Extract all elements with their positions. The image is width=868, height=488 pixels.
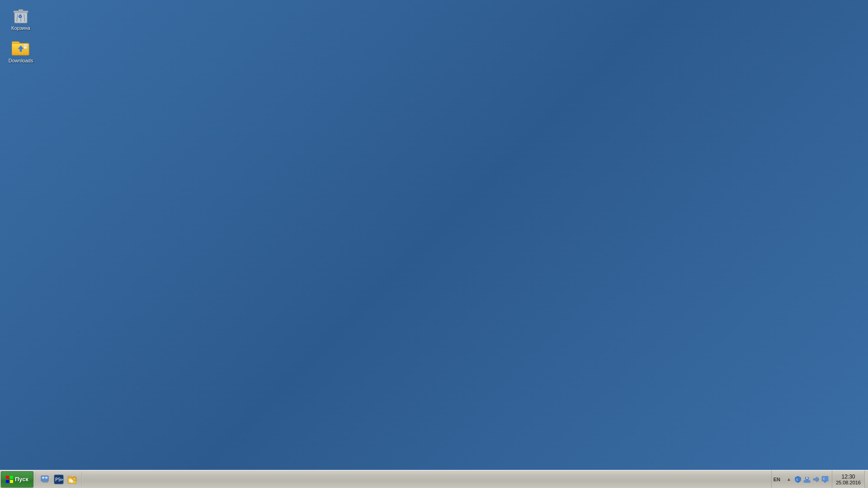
svg-rect-20 [42, 477, 44, 479]
svg-rect-5 [19, 9, 23, 11]
system-tray: EN ▲ i [771, 470, 868, 488]
show-desktop-strip[interactable] [864, 470, 868, 488]
recycle-bin-label: Корзина [11, 25, 30, 31]
svg-marker-35 [813, 477, 817, 482]
show-desktop-button[interactable] [39, 473, 52, 486]
recycle-bin-icon[interactable]: ♻ Корзина [5, 5, 37, 33]
clock-time: 12:30 [841, 474, 855, 480]
svg-rect-14 [10, 476, 13, 479]
powershell-button[interactable]: PS> [52, 473, 65, 486]
svg-rect-17 [41, 476, 48, 481]
svg-rect-19 [44, 481, 47, 482]
quick-launch-area: PS> [37, 471, 80, 488]
taskbar-separator-2 [81, 473, 82, 486]
explorer-button[interactable] [66, 473, 79, 486]
clock-area[interactable]: 12:30 25.08.2016 [832, 470, 864, 488]
tray-expand-button[interactable]: ▲ [785, 475, 793, 483]
uac-icon[interactable]: i [794, 475, 802, 483]
svg-point-34 [806, 477, 807, 479]
svg-text:♻: ♻ [18, 14, 22, 19]
svg-rect-29 [71, 480, 73, 483]
svg-marker-37 [824, 481, 826, 483]
svg-text:i: i [797, 478, 797, 481]
taskbar-separator-1 [35, 473, 36, 486]
taskbar-windows-area [83, 470, 771, 488]
svg-rect-15 [6, 480, 9, 483]
volume-icon[interactable] [812, 475, 820, 483]
svg-rect-13 [6, 476, 9, 479]
recycle-bin-image: ♻ [12, 6, 30, 24]
action-center-icon[interactable]: ! [821, 475, 829, 483]
downloads-folder-image [12, 39, 30, 57]
start-button-label: Пуск [15, 476, 28, 483]
svg-text:PS>: PS> [55, 477, 63, 482]
taskbar: Пуск PS> [0, 470, 868, 488]
network-icon[interactable] [803, 475, 811, 483]
svg-rect-16 [10, 480, 13, 483]
svg-rect-21 [45, 477, 47, 479]
tray-icons-area: ▲ i [782, 475, 832, 483]
desktop: ♻ Корзина [0, 0, 868, 470]
start-button[interactable]: Пуск [1, 471, 33, 488]
downloads-folder-icon[interactable]: Downloads [5, 37, 37, 66]
svg-text:!: ! [823, 477, 825, 481]
clock-date: 25.08.2016 [836, 480, 861, 485]
language-indicator[interactable]: EN [772, 477, 782, 482]
downloads-folder-label: Downloads [9, 58, 33, 64]
